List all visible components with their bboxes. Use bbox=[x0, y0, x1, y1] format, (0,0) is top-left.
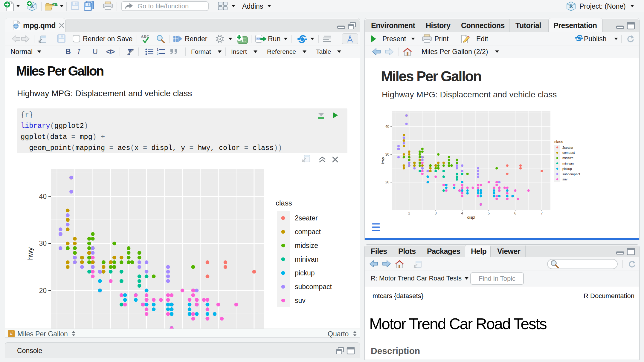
svg-text:pickup: pickup bbox=[295, 269, 315, 277]
svg-text:midsize: midsize bbox=[295, 242, 318, 249]
svg-text:40: 40 bbox=[385, 125, 390, 129]
svg-text:3: 3 bbox=[435, 211, 437, 215]
svg-text:displ: displ bbox=[467, 215, 475, 220]
svg-text:5: 5 bbox=[488, 211, 490, 215]
svg-text:C: C bbox=[242, 37, 246, 43]
svg-text:class: class bbox=[554, 139, 563, 144]
svg-text:20: 20 bbox=[39, 287, 47, 294]
svg-text:subcompact: subcompact bbox=[562, 172, 580, 176]
svg-text:7: 7 bbox=[541, 211, 543, 215]
svg-text:30: 30 bbox=[385, 152, 390, 157]
svg-text:2seater: 2seater bbox=[562, 146, 573, 149]
svg-text:4: 4 bbox=[461, 211, 463, 215]
svg-text:subcompact: subcompact bbox=[295, 283, 332, 291]
svg-text:2: 2 bbox=[157, 52, 158, 56]
svg-text:40: 40 bbox=[39, 193, 47, 200]
svg-text:class: class bbox=[276, 199, 292, 207]
svg-text:compact: compact bbox=[562, 151, 575, 154]
svg-text:hwy: hwy bbox=[381, 157, 385, 164]
svg-text:pickup: pickup bbox=[562, 167, 572, 171]
svg-text:1: 1 bbox=[157, 48, 158, 51]
svg-text:suv: suv bbox=[562, 177, 568, 181]
svg-text:suv: suv bbox=[295, 297, 306, 304]
svg-text:30: 30 bbox=[39, 240, 47, 247]
svg-text:6: 6 bbox=[514, 211, 516, 215]
svg-text:2seater: 2seater bbox=[295, 214, 318, 222]
svg-text:R: R bbox=[569, 4, 573, 9]
svg-text:compact: compact bbox=[295, 228, 321, 236]
svg-text:2: 2 bbox=[408, 211, 410, 215]
svg-text:minivan: minivan bbox=[295, 255, 318, 263]
svg-text:minivan: minivan bbox=[562, 162, 574, 165]
svg-text:hwy: hwy bbox=[26, 247, 34, 260]
svg-text:midsize: midsize bbox=[562, 156, 573, 160]
svg-text:20: 20 bbox=[385, 180, 390, 184]
